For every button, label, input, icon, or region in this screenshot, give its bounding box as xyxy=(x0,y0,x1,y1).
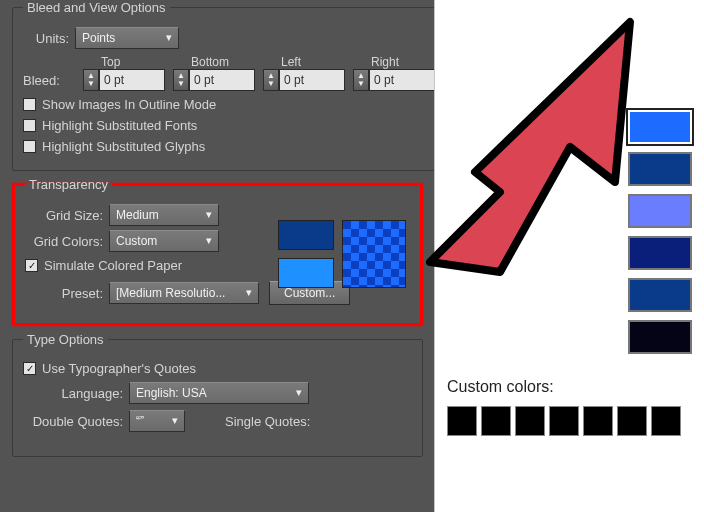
custom-colors-label: Custom colors: xyxy=(447,378,692,396)
typographers-row[interactable]: Use Typographer's Quotes xyxy=(23,361,412,376)
right-swatch-1[interactable] xyxy=(628,110,692,144)
custom-colors-row xyxy=(447,406,692,436)
show-images-outline-label: Show Images In Outline Mode xyxy=(42,97,216,112)
transparency-fieldset: Transparency Grid Size: Medium Grid Colo… xyxy=(12,177,423,326)
bleed-right-stepper[interactable]: ▲▼ xyxy=(353,69,443,91)
transparency-title: Transparency xyxy=(25,177,112,192)
cc-swatch[interactable] xyxy=(651,406,681,436)
right-swatch-3[interactable] xyxy=(628,194,692,228)
bleed-label: Bleed: xyxy=(23,73,77,88)
preset-label: Preset: xyxy=(25,286,103,301)
color-picker-pane: Custom colors: xyxy=(434,0,704,512)
bleed-bottom-input[interactable] xyxy=(189,69,255,91)
grid-size-dropdown[interactable]: Medium xyxy=(109,204,219,226)
highlight-glyphs-row[interactable]: Highlight Substituted Glyphs xyxy=(23,139,443,154)
type-options-fieldset: Type Options Use Typographer's Quotes La… xyxy=(12,332,423,457)
type-options-title: Type Options xyxy=(23,332,108,347)
cc-swatch[interactable] xyxy=(481,406,511,436)
transparency-swatches xyxy=(278,220,406,288)
units-dropdown[interactable]: Points xyxy=(75,27,179,49)
right-swatch-4[interactable] xyxy=(628,236,692,270)
typographers-label: Use Typographer's Quotes xyxy=(42,361,196,376)
bleed-bottom-stepper[interactable]: ▲▼ xyxy=(173,69,263,91)
right-swatch-5[interactable] xyxy=(628,278,692,312)
bleed-headers: Top Bottom Left Right xyxy=(23,55,443,69)
checker-preview xyxy=(342,220,406,288)
show-images-outline-row[interactable]: Show Images In Outline Mode xyxy=(23,97,443,112)
double-quotes-dropdown[interactable]: “” xyxy=(129,410,185,432)
grid-colors-label: Grid Colors: xyxy=(25,234,103,249)
highlight-glyphs-checkbox[interactable] xyxy=(23,140,36,153)
typographers-checkbox[interactable] xyxy=(23,362,36,375)
bleed-bottom-header: Bottom xyxy=(173,55,263,69)
highlight-fonts-checkbox[interactable] xyxy=(23,119,36,132)
bleed-top-header: Top xyxy=(83,55,173,69)
bleed-and-view-fieldset: Bleed and View Options Units: Points Top… xyxy=(12,0,454,171)
cc-swatch[interactable] xyxy=(515,406,545,436)
bleed-right-input[interactable] xyxy=(369,69,435,91)
cc-swatch[interactable] xyxy=(583,406,613,436)
right-swatch-6[interactable] xyxy=(628,320,692,354)
highlight-fonts-label: Highlight Substituted Fonts xyxy=(42,118,197,133)
bleed-view-title: Bleed and View Options xyxy=(23,0,170,15)
bleed-top-input[interactable] xyxy=(99,69,165,91)
swatch-b[interactable] xyxy=(278,258,334,288)
swatch-a[interactable] xyxy=(278,220,334,250)
single-quotes-label: Single Quotes: xyxy=(225,414,310,429)
language-dropdown[interactable]: English: USA xyxy=(129,382,309,404)
right-swatch-2[interactable] xyxy=(628,152,692,186)
units-label: Units: xyxy=(23,31,69,46)
bleed-left-header: Left xyxy=(263,55,353,69)
simulate-paper-checkbox[interactable] xyxy=(25,259,38,272)
bleed-left-stepper[interactable]: ▲▼ xyxy=(263,69,353,91)
bleed-right-header: Right xyxy=(353,55,443,69)
preset-dropdown[interactable]: [Medium Resolutio... xyxy=(109,282,259,304)
show-images-outline-checkbox[interactable] xyxy=(23,98,36,111)
grid-colors-dropdown[interactable]: Custom xyxy=(109,230,219,252)
cc-swatch[interactable] xyxy=(549,406,579,436)
highlight-fonts-row[interactable]: Highlight Substituted Fonts xyxy=(23,118,443,133)
highlight-glyphs-label: Highlight Substituted Glyphs xyxy=(42,139,205,154)
language-label: Language: xyxy=(23,386,123,401)
cc-swatch[interactable] xyxy=(447,406,477,436)
cc-swatch[interactable] xyxy=(617,406,647,436)
simulate-paper-label: Simulate Colored Paper xyxy=(44,258,182,273)
grid-size-label: Grid Size: xyxy=(25,208,103,223)
bleed-top-stepper[interactable]: ▲▼ xyxy=(83,69,173,91)
bleed-left-input[interactable] xyxy=(279,69,345,91)
double-quotes-label: Double Quotes: xyxy=(23,414,123,429)
